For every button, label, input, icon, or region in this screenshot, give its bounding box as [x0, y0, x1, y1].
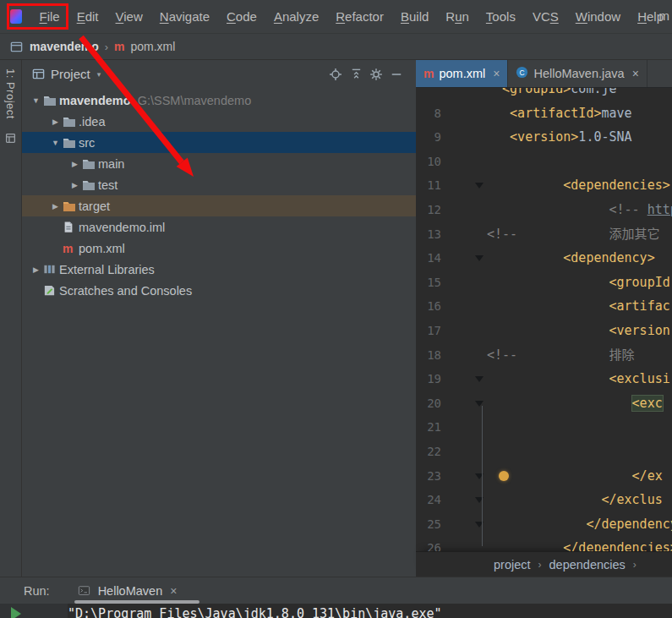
gutter-fold-column: [450, 150, 487, 174]
code-line-11[interactable]: 11<dependencies>: [416, 173, 672, 198]
line-number: 10: [416, 150, 450, 174]
code-line-17[interactable]: 17<version: [416, 319, 672, 343]
code-text: <groupId: [487, 271, 672, 295]
menu-bar: FileEditViewNavigateCodeAnalyzeRefactorB…: [0, 0, 672, 34]
tab-scrollbar-thumb[interactable]: [74, 600, 199, 604]
tree-item-external-libraries[interactable]: ▶External Libraries: [22, 259, 416, 280]
tree-item-label: Scratches and Consoles: [59, 284, 192, 298]
tree-item--idea[interactable]: ▶.idea: [22, 111, 416, 132]
gutter-fold-column: [450, 246, 487, 271]
tree-item-test[interactable]: ▶test: [22, 174, 416, 195]
intention-bulb-icon[interactable]: [499, 471, 509, 481]
fold-marker-icon[interactable]: [475, 183, 484, 189]
code-line-13[interactable]: 13<!-- 添加其它: [416, 222, 672, 247]
code-line-24[interactable]: 24</exclus: [416, 488, 672, 512]
menu-item-refactor[interactable]: Refactor: [327, 6, 392, 27]
code-line-18[interactable]: 18<!-- 排除: [416, 343, 672, 368]
code-line-12[interactable]: 12<!-- https:/: [416, 198, 672, 222]
chevron-collapsed-icon[interactable]: ▶: [68, 160, 82, 168]
line-number: 26: [416, 536, 450, 551]
tool-window-button-project[interactable]: 1: Project: [4, 68, 17, 119]
chevron-collapsed-icon[interactable]: ▶: [48, 118, 63, 126]
code-line-25[interactable]: 25</dependency: [416, 512, 672, 537]
code-line-26[interactable]: 26</dependencies>: [416, 536, 672, 551]
menu-item-edit[interactable]: Edit: [68, 6, 107, 27]
tree-item-target[interactable]: ▶target: [22, 195, 416, 216]
menu-item-file[interactable]: File: [30, 6, 68, 27]
menu-item-tools[interactable]: Tools: [478, 6, 524, 27]
gutter-fold-column: [450, 125, 487, 150]
run-panel-header: Run: HelloMaven ×: [0, 577, 672, 604]
menu-item-code[interactable]: Code: [218, 6, 265, 27]
chevron-right-icon: ›: [105, 41, 108, 53]
close-icon[interactable]: ×: [632, 67, 639, 80]
close-icon[interactable]: ×: [170, 584, 177, 598]
chevron-collapsed-icon[interactable]: ▶: [29, 265, 43, 274]
menu-item-build[interactable]: Build: [392, 6, 437, 27]
code-line-20[interactable]: 20<exc: [416, 391, 672, 416]
collapse-all-icon[interactable]: [348, 67, 363, 82]
code-text: <dependencies>: [487, 173, 672, 198]
folder-icon: [63, 115, 79, 129]
code-line-9[interactable]: 9<version>1.0-SNA: [416, 125, 672, 150]
code-line-15[interactable]: 15<groupId: [416, 271, 672, 295]
run-play-icon[interactable]: [11, 607, 21, 618]
tree-item-label: .idea: [79, 115, 105, 129]
menu-item-analyze[interactable]: Analyze: [265, 6, 327, 27]
gutter-fold-column: [450, 343, 487, 368]
line-number: 17: [416, 319, 450, 343]
breadcrumb-file[interactable]: pom.xml: [131, 40, 176, 53]
tree-item-mavendemo[interactable]: ▼mavendemoG:\SSM\mavendemo: [22, 90, 416, 111]
console-output[interactable]: "D:\Program Files\Java\jdk1.8.0_131\bin\…: [68, 604, 442, 618]
code-line-10[interactable]: 10: [416, 150, 672, 174]
tree-item-label: pom.xml: [79, 242, 125, 255]
chevron-expanded-icon[interactable]: ▼: [48, 139, 63, 147]
chevron-collapsed-icon[interactable]: ▶: [48, 202, 63, 211]
scroll-from-source-icon[interactable]: [328, 67, 343, 82]
tool-window-icon[interactable]: [3, 131, 19, 146]
editor-tab-pom-xml[interactable]: mpom.xml×: [416, 60, 508, 87]
hide-panel-icon[interactable]: [389, 67, 404, 82]
tree-item-mavendemo-iml[interactable]: mavendemo.iml: [22, 216, 416, 238]
fold-marker-icon[interactable]: [475, 255, 484, 261]
gutter-fold-column: [450, 101, 487, 126]
settings-gear-icon[interactable]: [369, 67, 384, 82]
editor-tab-hellomaven-java[interactable]: CHelloMaven.java×: [508, 60, 647, 87]
code-line-14[interactable]: 14<dependency>: [416, 246, 672, 271]
close-icon[interactable]: ×: [493, 67, 500, 80]
code-text: <!-- 添加其它: [487, 222, 672, 247]
run-tab-hellomaven[interactable]: HelloMaven ×: [77, 583, 178, 599]
code-line-21[interactable]: 21: [416, 415, 672, 440]
code-editor[interactable]: <groupId>com.je8<artifactId>mave9<versio…: [416, 88, 672, 551]
line-number: 14: [416, 246, 450, 271]
menu-item-window[interactable]: Window: [567, 6, 629, 27]
editor-column: mpom.xml×CHelloMaven.java× <groupId>com.…: [416, 60, 672, 577]
tree-item-scratches-and-consoles[interactable]: Scratches and Consoles: [22, 280, 416, 301]
breadcrumb-project[interactable]: project: [494, 558, 531, 572]
breadcrumb-dependencies[interactable]: dependencies: [549, 558, 626, 572]
code-text: <exclusi: [487, 367, 672, 391]
menu-item-vcs[interactable]: VCS: [524, 6, 567, 27]
code-text: [487, 150, 672, 174]
project-panel-title[interactable]: Project: [51, 67, 90, 81]
menu-item-view[interactable]: View: [107, 6, 151, 27]
chevron-expanded-icon[interactable]: ▼: [29, 96, 43, 105]
code-line-8[interactable]: 8<artifactId>mave: [416, 101, 672, 126]
line-number: 19: [416, 367, 450, 391]
code-line-22[interactable]: 22: [416, 440, 672, 464]
chevron-collapsed-icon[interactable]: ▶: [68, 181, 82, 189]
tree-item-pom-xml[interactable]: mpom.xml: [22, 238, 416, 259]
breadcrumb-project[interactable]: mavendemo: [30, 40, 99, 53]
code-line-16[interactable]: 16<artifac: [416, 294, 672, 319]
menu-item-run[interactable]: Run: [437, 6, 478, 27]
tree-item-main[interactable]: ▶main: [22, 153, 416, 174]
code-line-19[interactable]: 19<exclusi: [416, 367, 672, 391]
fold-marker-icon[interactable]: [475, 376, 484, 382]
menu-item-navigate[interactable]: Navigate: [151, 6, 218, 27]
tree-item-src[interactable]: ▼src: [22, 132, 416, 153]
gutter-fold-column: [450, 88, 487, 101]
code-line-partial[interactable]: <groupId>com.je: [416, 88, 672, 101]
line-number: 20: [416, 391, 450, 416]
chevron-down-icon[interactable]: ▾: [97, 70, 101, 79]
code-line-23[interactable]: 23</ex: [416, 464, 672, 489]
